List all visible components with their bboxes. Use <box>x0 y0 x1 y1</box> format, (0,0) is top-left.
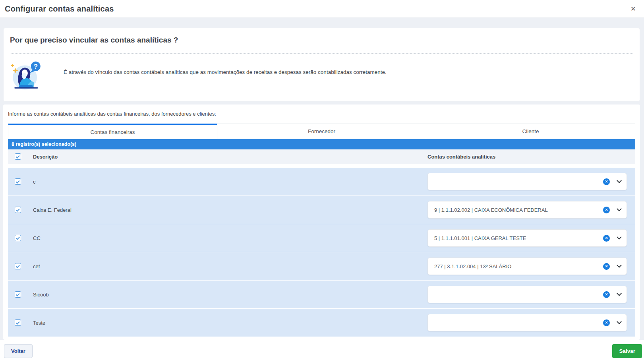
clear-icon[interactable]: ✕ <box>603 319 610 326</box>
chevron-down-icon[interactable] <box>617 178 622 183</box>
table-row: Sicoob ✕ <box>8 281 635 308</box>
table-row: Caixa E. Federal 9 | 1.1.1.02.002 | CAIX… <box>8 196 635 224</box>
row-description: Caixa E. Federal <box>33 207 72 213</box>
account-select-value: 277 | 3.1.1.02.004 | 13º SALÁRIO <box>433 263 603 269</box>
clear-icon[interactable]: ✕ <box>603 207 610 213</box>
row-description: cef <box>33 263 40 269</box>
account-select-value: 5 | 1.1.1.01.001 | CAIXA GERAL TESTE <box>433 235 603 241</box>
modal-footer: Voltar Salvar <box>0 340 644 362</box>
configure-analytic-accounts-modal: Configurar contas analíticas ✕ Por que p… <box>0 0 644 362</box>
table-row: Teste ✕ <box>8 309 635 337</box>
account-select[interactable]: ✕ <box>427 314 627 331</box>
account-select[interactable]: 5 | 1.1.1.01.001 | CAIXA GERAL TESTE ✕ <box>427 229 627 247</box>
modal-title: Configurar contas analíticas <box>5 4 114 14</box>
modal-header: Configurar contas analíticas ✕ <box>0 0 644 18</box>
row-checkbox[interactable] <box>15 178 21 185</box>
chevron-down-icon[interactable] <box>617 263 622 268</box>
tab-fornecedor[interactable]: Fornecedor <box>217 124 426 139</box>
clear-icon[interactable]: ✕ <box>603 178 610 185</box>
checkmark-icon <box>15 264 19 268</box>
row-description: CC <box>33 235 41 241</box>
instruction-text: Informe as contas contábeis analíticas d… <box>8 111 635 117</box>
accounts-card: Informe as contas contábeis analíticas d… <box>3 105 640 340</box>
row-checkbox[interactable] <box>15 319 21 326</box>
row-checkbox[interactable] <box>15 235 21 241</box>
help-content: ? É através do vínculo das contas contáb… <box>4 54 640 91</box>
clear-icon[interactable]: ✕ <box>603 291 610 298</box>
row-description: c <box>33 179 36 185</box>
checkmark-icon <box>15 236 19 240</box>
checkmark-icon <box>15 207 19 211</box>
row-description: Sicoob <box>33 292 49 298</box>
account-select[interactable]: 9 | 1.1.1.02.002 | CAIXA ECONÔMICA FEDER… <box>427 201 627 219</box>
table-header-row: Descrição Contas contábeis analíticas <box>8 149 635 164</box>
selection-count-bar: 8 registro(s) selecionado(s) <box>8 139 635 149</box>
table-row: c ✕ <box>8 168 635 196</box>
help-description: É através do vínculo das contas contábei… <box>64 69 387 75</box>
chevron-down-icon[interactable] <box>617 206 622 211</box>
chevron-down-icon[interactable] <box>617 319 622 324</box>
select-all-checkbox[interactable] <box>15 153 21 160</box>
row-description: Teste <box>33 320 45 326</box>
save-button[interactable]: Salvar <box>612 344 642 358</box>
checkmark-icon <box>15 292 19 296</box>
clear-icon[interactable]: ✕ <box>603 235 610 242</box>
help-card: Por que preciso vincular as contas analí… <box>3 28 640 102</box>
column-header-description: Descrição <box>33 154 58 160</box>
checkmark-icon <box>15 320 19 324</box>
checkmark-icon <box>15 179 19 183</box>
column-header-account: Contas contábeis analíticas <box>427 154 495 160</box>
chevron-down-icon[interactable] <box>617 234 622 240</box>
account-select[interactable]: ✕ <box>427 286 627 303</box>
row-checkbox[interactable] <box>15 291 21 298</box>
checkmark-icon <box>15 154 19 158</box>
tabs: Contas financeiras Fornecedor Cliente <box>8 124 635 139</box>
tab-contas-financeiras[interactable]: Contas financeiras <box>8 124 217 139</box>
row-checkbox[interactable] <box>15 263 21 269</box>
svg-text:?: ? <box>34 63 38 70</box>
back-button[interactable]: Voltar <box>4 344 33 358</box>
table-row: CC 5 | 1.1.1.01.001 | CAIXA GERAL TESTE … <box>8 224 635 252</box>
account-select-value: 9 | 1.1.1.02.002 | CAIXA ECONÔMICA FEDER… <box>433 207 603 213</box>
selection-count-text: 8 registro(s) selecionado(s) <box>12 141 76 147</box>
help-heading: Por que preciso vincular as contas analí… <box>4 28 640 45</box>
help-illustration: ? <box>10 60 42 91</box>
clear-icon[interactable]: ✕ <box>603 263 610 270</box>
account-select[interactable]: ✕ <box>427 173 627 190</box>
row-checkbox[interactable] <box>15 207 21 213</box>
chevron-down-icon[interactable] <box>617 291 622 296</box>
table-row: cef 277 | 3.1.1.02.004 | 13º SALÁRIO ✕ <box>8 252 635 280</box>
close-icon[interactable]: ✕ <box>629 4 638 14</box>
account-select[interactable]: 277 | 3.1.1.02.004 | 13º SALÁRIO ✕ <box>427 257 627 275</box>
tab-cliente[interactable]: Cliente <box>426 124 635 139</box>
